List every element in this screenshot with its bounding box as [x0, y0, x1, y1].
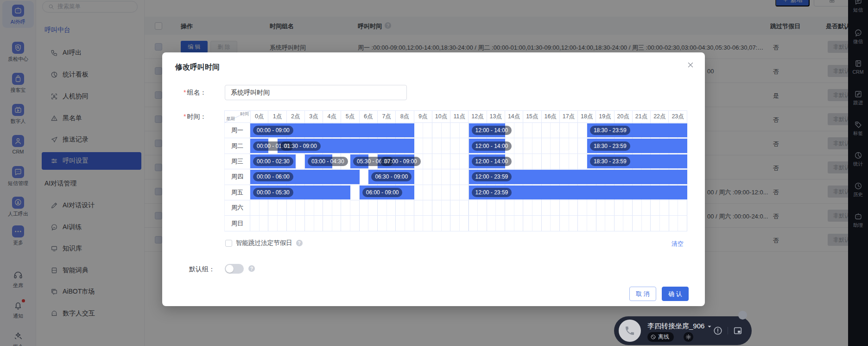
time-grid-header: 时间 星期 0点1点2点3点4点5点6点7点8点9点10点11点12点13点14… — [224, 110, 688, 123]
hour-header-cell: 5点 — [341, 110, 359, 123]
phone-handset-icon[interactable] — [619, 320, 641, 342]
hour-header-cell: 9点 — [414, 110, 432, 123]
skip-holiday-checkbox[interactable] — [225, 240, 232, 247]
day-row-周二: 周二00:00 - 01:0001:30 - 09:0012:00 - 14:0… — [224, 138, 688, 154]
time-range-pill[interactable]: 18:30 - 23:59 — [590, 126, 630, 135]
edit-call-time-modal: 修改呼叫时间 *组名： *时间： 时间 星期 0点1点2点3点4点5点6点7点8… — [162, 52, 705, 306]
hour-header-cell: 0点 — [250, 110, 268, 123]
hour-header-cell: 8点 — [396, 110, 414, 123]
hour-header-cell: 18点 — [578, 110, 596, 123]
time-range-pill[interactable]: 12:00 - 14:00 — [472, 141, 512, 151]
cancel-button[interactable]: 取 消 — [629, 287, 656, 301]
clear-link[interactable]: 清空 — [672, 240, 684, 248]
widget-close-icon[interactable] — [738, 311, 747, 320]
time-range-pill[interactable]: 12:00 - 14:00 — [472, 157, 512, 166]
time-range-pill[interactable]: 12:00 - 23:59 — [472, 188, 512, 197]
default-group-toggle[interactable] — [225, 264, 244, 274]
help-icon[interactable]: ? — [296, 240, 303, 246]
day-track[interactable]: 00:00 - 06:0006:30 - 09:0012:00 - 23:59 — [250, 169, 687, 185]
time-grid: 时间 星期 0点1点2点3点4点5点6点7点8点9点10点11点12点13点14… — [224, 110, 688, 231]
day-track[interactable] — [250, 216, 687, 231]
softphone-widget: 李四转接坐席_906 离线 — [614, 316, 752, 345]
chevron-down-icon — [706, 323, 713, 330]
hour-header-cell: 7点 — [378, 110, 396, 123]
group-name-input[interactable] — [225, 85, 407, 100]
gear-icon[interactable] — [684, 332, 693, 342]
required-mark: * — [184, 113, 186, 120]
close-icon[interactable] — [686, 61, 695, 69]
hour-header-cell: 4点 — [323, 110, 341, 123]
day-track[interactable]: 00:00 - 05:3006:00 - 09:0012:00 - 23:59 — [250, 185, 687, 200]
status-badge[interactable]: 离线 — [647, 332, 674, 342]
time-range-pill[interactable]: 01:30 - 09:00 — [280, 141, 321, 151]
confirm-button[interactable]: 确 认 — [662, 287, 689, 301]
time-range-pill[interactable]: 00:00 - 06:00 — [253, 172, 293, 181]
hour-header-cell: 10点 — [432, 110, 450, 123]
day-row-周五: 周五00:00 - 05:3006:00 - 09:0012:00 - 23:5… — [224, 185, 688, 200]
time-range-pill[interactable]: 03:00 - 04:30 — [308, 157, 348, 166]
hour-header-cell: 6点 — [360, 110, 378, 123]
day-track[interactable]: 00:00 - 01:0001:30 - 09:0012:00 - 14:001… — [250, 138, 687, 154]
skip-holiday-label: 智能跳过法定节假日 — [236, 239, 292, 247]
hour-header-cell: 14点 — [505, 110, 523, 123]
modal-title: 修改呼叫时间 — [175, 63, 220, 72]
day-track[interactable]: 00:00 - 09:0012:00 - 14:0018:30 - 23:59 — [250, 123, 687, 138]
time-range-pill[interactable]: 12:00 - 23:59 — [472, 172, 512, 181]
time-range-pill[interactable]: 00:00 - 02:30 — [253, 157, 293, 166]
day-row-周四: 周四00:00 - 06:0006:30 - 09:0012:00 - 23:5… — [224, 169, 688, 185]
day-track[interactable]: 00:00 - 02:3003:00 - 04:3005:30 - 06:300… — [250, 154, 687, 169]
hour-header-cell: 3点 — [305, 110, 323, 123]
time-range-pill[interactable]: 12:00 - 14:00 — [472, 126, 512, 135]
hour-header-cell: 1点 — [268, 110, 286, 123]
time-range-pill[interactable]: 18:30 - 23:59 — [590, 141, 630, 151]
day-row-周六: 周六 — [224, 200, 688, 216]
hour-header-cell: 15点 — [523, 110, 541, 123]
day-label: 周四 — [224, 169, 250, 185]
day-label: 周五 — [224, 185, 250, 200]
offline-icon — [650, 334, 656, 340]
time-range-pill[interactable]: 00:00 - 09:00 — [253, 126, 293, 135]
day-row-周日: 周日 — [224, 216, 688, 231]
time-range-pill[interactable]: 06:00 - 09:00 — [362, 188, 403, 197]
hour-header-cell: 21点 — [633, 110, 651, 123]
divider — [728, 327, 728, 334]
agent-name[interactable]: 李四转接坐席_906 — [647, 322, 713, 331]
day-label: 周二 — [224, 138, 250, 154]
minimize-pip-icon[interactable] — [733, 326, 743, 336]
hour-header-cell: 19点 — [596, 110, 614, 123]
time-range-pill[interactable]: 00:00 - 05:30 — [253, 188, 293, 197]
hour-header-cell: 22点 — [651, 110, 669, 123]
time-range-pill[interactable]: 07:00 - 09:00 — [380, 157, 421, 166]
hour-header-cell: 20点 — [615, 110, 633, 123]
day-label: 周一 — [224, 123, 250, 138]
default-group-label: 默认组： — [189, 265, 215, 274]
grid-corner-cell: 时间 星期 — [224, 110, 250, 123]
time-range-pill[interactable]: 06:30 - 09:00 — [371, 172, 412, 181]
hour-header-cell: 12点 — [469, 110, 487, 123]
hour-header-cell: 17点 — [560, 110, 578, 123]
hour-header-cell: 11点 — [450, 110, 469, 123]
skip-holiday-option: 智能跳过法定节假日 ? — [225, 239, 303, 247]
toggle-knob — [226, 265, 234, 273]
help-icon[interactable]: ? — [248, 265, 255, 272]
day-row-周一: 周一00:00 - 09:0012:00 - 14:0018:30 - 23:5… — [224, 123, 688, 138]
time-label: *时间： — [184, 113, 206, 121]
day-track[interactable] — [250, 200, 687, 216]
hour-header-cell: 13点 — [487, 110, 505, 123]
time-range-pill[interactable]: 18:30 - 23:59 — [590, 157, 630, 166]
hour-header-cell: 2点 — [287, 110, 305, 123]
day-label: 周六 — [224, 200, 250, 216]
page: AI外呼质检中心搜客宝数字人CRM短信管理人工呼出更多坐席通知指令 搜索菜单 呼… — [0, 0, 868, 346]
day-row-周三: 周三00:00 - 02:3003:00 - 04:3005:30 - 06:3… — [224, 154, 688, 169]
required-mark: * — [184, 89, 186, 96]
hour-header-cell: 23点 — [669, 110, 687, 123]
hour-header-cell: 16点 — [542, 110, 560, 123]
group-name-label: *组名： — [184, 89, 206, 97]
alert-circle-icon[interactable] — [713, 326, 723, 336]
day-label: 周日 — [224, 216, 250, 231]
day-label: 周三 — [224, 154, 250, 169]
